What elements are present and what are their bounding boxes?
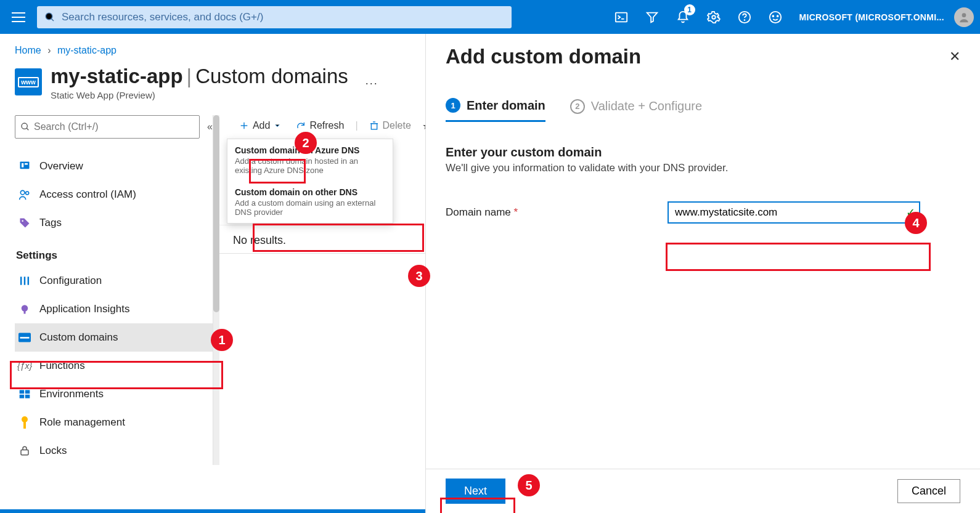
breadcrumb-home[interactable]: Home [15,45,41,55]
filter-icon[interactable] [638,3,666,31]
step-enter-domain[interactable]: 1Enter domain [446,98,545,122]
resource-icon: www [15,68,42,95]
lock-icon [17,443,32,458]
svg-point-21 [26,192,29,195]
svg-point-14 [962,13,966,17]
resource-sidebar: « Overview Access control (IAM) Tags Set… [15,115,213,465]
svg-line-16 [27,128,28,130]
app-insights-icon [17,302,32,317]
help-icon[interactable] [730,3,759,31]
functions-icon: {ƒx} [17,358,32,373]
svg-rect-35 [23,422,26,429]
svg-rect-5 [615,12,626,22]
sidebar-item-label: Environments [39,388,104,400]
add-dropdown: Custom domain on Azure DNS Add a custom … [227,139,393,224]
dropdown-option-other-dns[interactable]: Custom domain on other DNS Add a custom … [227,181,393,223]
breadcrumb-current[interactable]: my-static-app [57,45,116,55]
svg-rect-27 [24,311,26,314]
panel-title: Add custom domain [446,45,641,68]
sidebar-item-label: Locks [39,445,67,457]
notification-badge: 1 [684,4,695,15]
dropdown-option-azure-dns[interactable]: Custom domain on Azure DNS Add a custom … [227,139,393,181]
access-control-icon [17,187,32,202]
refresh-button[interactable]: Refresh [290,118,350,134]
cancel-button[interactable]: Cancel [897,479,960,503]
settings-icon[interactable] [700,3,728,31]
svg-point-3 [46,13,52,20]
top-bar: 1 MICROSOFT (MICROSOFT.ONMI... [0,0,980,34]
svg-point-22 [22,220,23,222]
role-management-icon [17,415,32,430]
svg-rect-31 [25,390,30,394]
svg-marker-7 [647,12,657,22]
domain-name-input[interactable] [668,201,920,224]
sidebar-item-locks[interactable]: Locks [15,437,213,465]
global-search-input[interactable] [62,11,504,23]
breadcrumb: Home › my-static-app [15,45,410,56]
scrollbar[interactable] [213,115,219,465]
account-avatar[interactable] [954,7,974,27]
page-title: my-static-app|Custom domains [51,65,348,88]
sidebar-item-tags[interactable]: Tags [15,209,213,237]
sidebar-item-label: Functions [39,360,85,372]
close-panel-button[interactable]: ✕ [949,49,960,65]
sidebar-section-settings: Settings [16,249,213,262]
svg-rect-19 [25,163,28,165]
account-name[interactable]: MICROSOFT (MICROSOFT.ONMI... [792,12,952,22]
svg-rect-17 [20,162,30,169]
sidebar-search[interactable] [15,115,200,139]
menu-toggle[interactable] [6,5,31,30]
sidebar-search-input[interactable] [34,121,194,132]
svg-rect-18 [22,163,23,168]
feedback-icon[interactable] [761,3,790,31]
sidebar-item-label: Overview [39,160,83,172]
resource-type: Static Web App (Preview) [51,90,348,100]
svg-point-10 [744,20,745,20]
add-button[interactable]: Add [233,118,287,134]
svg-line-4 [51,18,54,21]
notifications-icon[interactable]: 1 [669,3,697,31]
sidebar-item-functions[interactable]: {ƒx} Functions [15,352,213,380]
chevron-down-icon [274,122,281,129]
main-panel: Add Refresh | Delete ★ Custom domain on … [213,115,439,465]
validation-check-icon: ✓ [906,206,915,219]
global-search[interactable] [37,6,512,28]
delete-button[interactable]: Delete [363,118,417,134]
configuration-icon [17,273,32,288]
step-validate-configure[interactable]: 2Validate + Configure [570,98,702,122]
svg-rect-39 [371,124,377,129]
svg-point-34 [22,416,28,422]
cloud-shell-icon[interactable] [607,3,635,31]
sidebar-item-label: Custom domains [39,331,118,344]
svg-point-20 [20,190,25,195]
svg-rect-32 [20,395,25,398]
sidebar-item-overview[interactable]: Overview [15,152,213,180]
svg-point-15 [22,123,27,129]
sidebar-item-configuration[interactable]: Configuration [15,267,213,295]
svg-rect-33 [25,395,30,398]
domain-name-label: Domain name * [446,206,655,219]
no-results-text: No results. [219,225,439,254]
svg-point-13 [777,15,778,17]
sidebar-item-access-control[interactable]: Access control (IAM) [15,180,213,209]
svg-point-8 [712,15,716,19]
main-content: Home › my-static-app www my-static-app|C… [0,34,425,513]
sidebar-item-app-insights[interactable]: Application Insights [15,295,213,323]
custom-domains-icon [17,330,32,345]
more-actions[interactable]: ··· [365,77,378,90]
svg-point-11 [769,11,780,22]
collapse-sidebar-icon[interactable]: « [207,121,213,132]
next-button[interactable]: Next [446,479,505,504]
sidebar-item-label: Role management [39,416,125,429]
sidebar-item-label: Access control (IAM) [39,188,136,201]
svg-rect-30 [20,390,25,394]
tags-icon [17,216,32,230]
sidebar-item-label: Tags [39,217,62,229]
environments-icon [17,387,32,402]
sidebar-item-custom-domains[interactable]: Custom domains [15,323,213,352]
sidebar-item-role-management[interactable]: Role management [15,408,213,437]
svg-rect-29 [20,337,30,339]
add-custom-domain-panel: Add custom domain ✕ 1Enter domain 2Valid… [425,34,980,513]
bottom-accent [0,509,425,513]
sidebar-item-environments[interactable]: Environments [15,380,213,408]
